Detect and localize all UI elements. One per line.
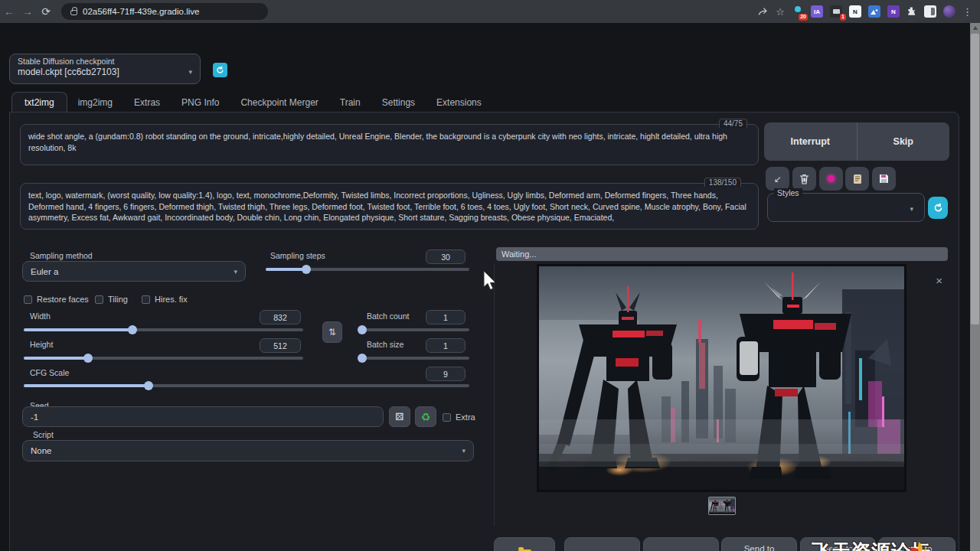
sampling-steps-label: Sampling steps bbox=[270, 251, 325, 260]
swap-icon: ⇅ bbox=[328, 327, 336, 337]
cfg-scale-value[interactable]: 9 bbox=[426, 367, 466, 381]
width-label: Width bbox=[30, 311, 51, 321]
share-icon[interactable] bbox=[757, 6, 769, 17]
gallery-thumbnail[interactable] bbox=[708, 497, 736, 515]
browser-menu-icon[interactable]: ⋮ bbox=[962, 6, 972, 18]
scrollbar-thumb[interactable] bbox=[971, 34, 979, 324]
checkpoint-label: Stable Diffusion checkpoint bbox=[18, 57, 192, 66]
sampling-steps-slider[interactable] bbox=[266, 268, 469, 271]
open-folder-button[interactable] bbox=[494, 537, 555, 551]
restore-faces-checkbox[interactable]: Restore faces bbox=[24, 295, 89, 304]
recycle-icon: ♻ bbox=[421, 411, 431, 423]
tab-checkpoint-merger[interactable]: Checkpoint Merger bbox=[230, 93, 328, 112]
tab-extensions[interactable]: Extensions bbox=[426, 93, 492, 112]
reuse-seed-button[interactable]: ♻ bbox=[415, 406, 436, 427]
tab-img2img[interactable]: img2img bbox=[67, 93, 123, 112]
save-style-button[interactable] bbox=[872, 167, 896, 191]
batch-size-slider[interactable] bbox=[359, 357, 469, 360]
batch-count-value[interactable]: 1 bbox=[426, 310, 466, 324]
progress-text: Waiting... bbox=[501, 249, 536, 259]
save-button[interactable]: Save bbox=[564, 537, 640, 551]
script-label: Script bbox=[33, 430, 54, 439]
negative-prompt-text: text, logo, watermark, (worst quality, l… bbox=[28, 191, 746, 222]
refresh-styles-button[interactable] bbox=[928, 197, 948, 219]
trash-icon bbox=[799, 174, 809, 184]
ext-chat-icon[interactable]: 1 bbox=[830, 5, 842, 18]
close-icon[interactable]: × bbox=[936, 274, 942, 287]
tab-txt2img[interactable]: txt2img bbox=[11, 92, 67, 112]
batch-count-label: Batch count bbox=[367, 311, 409, 321]
negative-token-counter: 138/150 bbox=[704, 178, 741, 187]
send-to-img2img-button[interactable]: Send to img2img bbox=[721, 537, 797, 551]
profile-avatar[interactable] bbox=[943, 5, 956, 18]
chevron-down-icon: ▾ bbox=[234, 268, 237, 276]
browser-scrollbar[interactable] bbox=[970, 23, 980, 551]
height-value[interactable]: 512 bbox=[260, 338, 301, 353]
cfg-scale-slider[interactable] bbox=[24, 384, 469, 387]
paste-params-button[interactable]: ↙ bbox=[766, 167, 789, 191]
send-to-inpaint-button[interactable]: Send to inpaint bbox=[800, 537, 876, 551]
ext-notion-icon[interactable]: N bbox=[849, 5, 861, 18]
script-dropdown[interactable]: None ▾ bbox=[22, 440, 474, 461]
ext-image-icon[interactable] bbox=[868, 5, 880, 18]
tab-train[interactable]: Train bbox=[329, 93, 371, 112]
send-to-extras-button[interactable]: Send to extras bbox=[878, 537, 956, 551]
tab-settings[interactable]: Settings bbox=[371, 93, 426, 112]
width-value[interactable]: 832 bbox=[260, 310, 301, 324]
height-slider[interactable] bbox=[24, 357, 303, 360]
negative-prompt-textarea[interactable]: text, logo, watermark, (worst quality, l… bbox=[20, 183, 759, 230]
prompt-token-counter: 44/75 bbox=[719, 119, 747, 128]
tab-extras[interactable]: Extras bbox=[123, 93, 171, 112]
progress-bar: Waiting... bbox=[496, 247, 948, 261]
chevron-down-icon: ▾ bbox=[462, 447, 466, 455]
output-gallery: × bbox=[494, 263, 952, 527]
interrupt-button[interactable]: Interrupt bbox=[764, 122, 858, 161]
ext-onenote-icon[interactable]: N bbox=[887, 5, 900, 18]
prompt-textarea[interactable]: wide shot angle, a (gundam:0.8) robot st… bbox=[20, 124, 759, 165]
tab-png-info[interactable]: PNG Info bbox=[171, 93, 230, 112]
refresh-checkpoint-button[interactable] bbox=[213, 63, 227, 77]
clear-prompt-button[interactable] bbox=[792, 167, 816, 191]
checkbox-icon bbox=[95, 295, 103, 304]
extra-seed-checkbox[interactable]: Extra bbox=[443, 412, 475, 422]
forward-icon[interactable]: → bbox=[18, 5, 37, 18]
batch-size-value[interactable]: 1 bbox=[426, 338, 466, 353]
dice-icon: ⚄ bbox=[395, 411, 403, 422]
magenta-dot-icon bbox=[828, 175, 835, 182]
apply-style-button[interactable] bbox=[845, 167, 869, 191]
scroll-up-arrow[interactable] bbox=[970, 23, 980, 33]
url-text: 02a56ff4-71ff-439e.gradio.live bbox=[83, 7, 199, 16]
extensions-puzzle-icon[interactable] bbox=[906, 6, 917, 17]
random-seed-button[interactable]: ⚄ bbox=[389, 406, 410, 427]
reload-icon[interactable]: ⟳ bbox=[37, 5, 55, 18]
generated-image[interactable] bbox=[539, 266, 904, 490]
hires-fix-checkbox[interactable]: Hires. fix bbox=[142, 295, 188, 304]
skip-button[interactable]: Skip bbox=[858, 122, 950, 161]
mouse-cursor bbox=[482, 270, 498, 292]
batch-size-label: Batch size bbox=[367, 340, 403, 349]
width-slider[interactable] bbox=[24, 328, 303, 331]
checkpoint-selector[interactable]: Stable Diffusion checkpoint model.ckpt [… bbox=[9, 54, 201, 84]
seed-input[interactable]: -1 bbox=[22, 406, 384, 427]
height-label: Height bbox=[30, 340, 53, 349]
swap-dimensions-button[interactable]: ⇅ bbox=[322, 321, 342, 343]
checkbox-icon bbox=[24, 295, 32, 304]
address-bar[interactable]: 02a56ff4-71ff-439e.gradio.live bbox=[61, 3, 268, 20]
back-icon[interactable]: ← bbox=[0, 5, 18, 18]
sampling-method-dropdown[interactable]: Euler a ▾ bbox=[22, 261, 246, 282]
batch-count-slider[interactable] bbox=[359, 328, 469, 331]
sampling-method-label: Sampling method bbox=[30, 251, 93, 260]
checkbox-icon bbox=[142, 295, 150, 304]
seed-value: -1 bbox=[31, 412, 38, 422]
zip-button[interactable]: Zip bbox=[643, 537, 719, 551]
sampling-steps-value[interactable]: 30 bbox=[426, 249, 466, 264]
bookmark-star-icon[interactable]: ☆ bbox=[776, 6, 785, 18]
styles-dropdown[interactable]: Styles ▾ bbox=[767, 193, 925, 222]
ext-ia-icon[interactable]: IA bbox=[811, 5, 823, 18]
tiling-checkbox[interactable]: Tiling bbox=[95, 295, 128, 304]
side-panel-icon[interactable] bbox=[924, 5, 936, 18]
art-style-button[interactable] bbox=[819, 167, 843, 191]
ext-pin-icon[interactable]: 20 bbox=[792, 5, 804, 18]
floppy-save-icon bbox=[879, 174, 889, 184]
generation-controls: Interrupt Skip bbox=[764, 122, 949, 161]
